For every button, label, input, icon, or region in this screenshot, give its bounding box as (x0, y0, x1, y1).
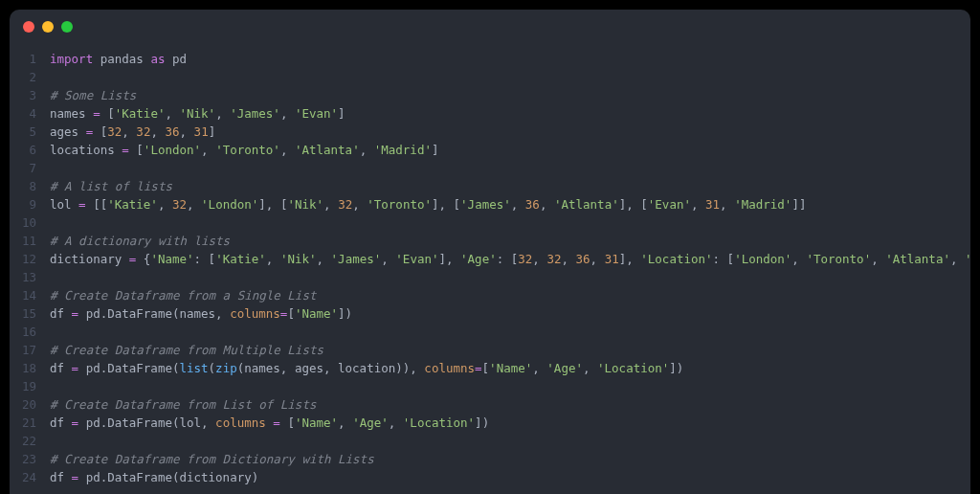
line-number: 12 (10, 250, 36, 268)
minimize-icon[interactable] (42, 21, 54, 33)
line-number: 7 (10, 159, 36, 177)
code-line[interactable] (50, 268, 970, 286)
line-number: 22 (10, 432, 36, 450)
line-number: 15 (10, 304, 36, 323)
line-number: 10 (10, 213, 36, 232)
code-line[interactable]: df = pd.DataFrame(names, columns=['Name'… (50, 304, 970, 323)
code-line[interactable]: df = pd.DataFrame(lol, columns = ['Name'… (50, 414, 970, 432)
code-line[interactable] (50, 159, 970, 177)
line-number: 4 (10, 104, 36, 123)
line-number: 13 (10, 268, 36, 286)
code-line[interactable] (50, 323, 970, 341)
code-line[interactable]: # Create Dataframe from List of Lists (50, 395, 970, 414)
code-line[interactable]: # Create Dataframe from a Single List (50, 286, 970, 304)
line-number: 1 (10, 50, 36, 68)
code-line[interactable]: import pandas as pd (50, 50, 970, 68)
line-number-gutter: 123456789101112131415161718192021222324 (10, 50, 50, 486)
line-number: 3 (10, 86, 36, 104)
line-number: 16 (10, 323, 36, 341)
code-line[interactable] (50, 68, 970, 86)
line-number: 17 (10, 341, 36, 359)
code-line[interactable]: dictionary = {'Name': ['Katie', 'Nik', '… (50, 250, 970, 268)
code-line[interactable]: # A dictionary with lists (50, 232, 970, 250)
code-line[interactable]: ages = [32, 32, 36, 31] (50, 123, 970, 141)
code-line[interactable]: locations = ['London', 'Toronto', 'Atlan… (50, 141, 970, 159)
line-number: 14 (10, 286, 36, 304)
code-line[interactable]: df = pd.DataFrame(dictionary) (50, 468, 970, 486)
code-content[interactable]: import pandas as pd # Some Listsnames = … (50, 50, 970, 486)
line-number: 5 (10, 123, 36, 141)
code-line[interactable]: # A list of lists (50, 177, 970, 195)
code-line[interactable]: # Create Dataframe from Multiple Lists (50, 341, 970, 359)
line-number: 21 (10, 414, 36, 432)
code-line[interactable] (50, 213, 970, 232)
maximize-icon[interactable] (61, 21, 73, 33)
line-number: 19 (10, 377, 36, 395)
code-line[interactable] (50, 377, 970, 395)
line-number: 8 (10, 177, 36, 195)
line-number: 6 (10, 141, 36, 159)
line-number: 24 (10, 468, 36, 486)
code-line[interactable]: # Create Dataframe from Dictionary with … (50, 450, 970, 468)
line-number: 11 (10, 232, 36, 250)
line-number: 20 (10, 395, 36, 414)
line-number: 2 (10, 68, 36, 86)
titlebar (10, 10, 970, 44)
code-line[interactable] (50, 432, 970, 450)
code-window: 123456789101112131415161718192021222324 … (10, 10, 970, 494)
code-editor[interactable]: 123456789101112131415161718192021222324 … (10, 44, 970, 494)
line-number: 9 (10, 195, 36, 213)
code-line[interactable]: lol = [['Katie', 32, 'London'], ['Nik', … (50, 195, 970, 213)
code-line[interactable]: # Some Lists (50, 86, 970, 104)
code-line[interactable]: names = ['Katie', 'Nik', 'James', 'Evan'… (50, 104, 970, 123)
code-line[interactable]: df = pd.DataFrame(list(zip(names, ages, … (50, 359, 970, 377)
line-number: 18 (10, 359, 36, 377)
line-number: 23 (10, 450, 36, 468)
close-icon[interactable] (23, 21, 34, 33)
